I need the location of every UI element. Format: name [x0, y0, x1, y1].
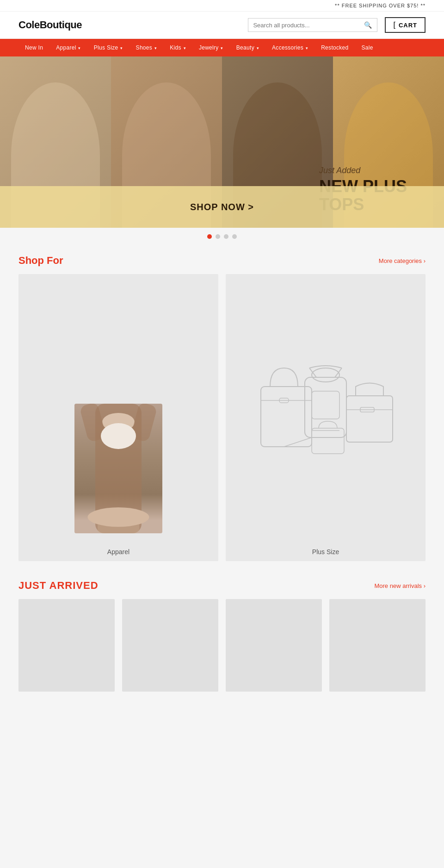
nav-arrow-accessories: ▾ [304, 46, 308, 50]
just-arrived-title: JUST ARRIVED [18, 580, 99, 592]
nav-item-plussize[interactable]: Plus Size ▾ [87, 39, 130, 56]
plussize-label: Plus Size [226, 543, 426, 561]
shop-for-header: Shop For More categories › [18, 255, 426, 267]
announcement-bar: ** FREE SHIPPING OVER $75! ** [0, 0, 444, 12]
shop-for-title: Shop For [18, 255, 63, 267]
nav-label-shoes: Shoes [136, 44, 153, 51]
bodysuit-svg [74, 404, 162, 533]
search-icon: 🔍 [364, 21, 372, 29]
nav-item-accessories[interactable]: Accessories ▾ [265, 39, 314, 56]
nav-label-sale: Sale [362, 44, 373, 51]
nav-item-kids[interactable]: Kids ▾ [163, 39, 192, 56]
product-image-2 [122, 599, 218, 692]
nav-item-sale[interactable]: Sale [355, 39, 380, 56]
product-card-1[interactable] [18, 599, 115, 692]
nav-label-jewelry: Jewelry [199, 44, 219, 51]
category-card-plussize[interactable]: Plus Size [226, 274, 426, 561]
nav-label-accessories: Accessories [272, 44, 303, 51]
svg-line-13 [335, 368, 342, 377]
hero-banner-lower: SHOP NOW > [0, 186, 444, 228]
carousel-dot-4[interactable] [232, 234, 237, 239]
svg-rect-5 [261, 387, 312, 447]
cart-label: CART [399, 22, 417, 29]
nav-item-beauty[interactable]: Beauty ▾ [230, 39, 265, 56]
announcement-text: ** FREE SHIPPING OVER $75! ** [335, 3, 426, 8]
svg-rect-17 [312, 428, 344, 454]
nav-label-plussize: Plus Size [94, 44, 118, 51]
plussize-icon-area [226, 274, 426, 543]
svg-line-12 [309, 368, 316, 377]
just-arrived-section: JUST ARRIVED More new arrivals › [0, 570, 444, 710]
shop-now-button[interactable]: SHOP NOW > [190, 202, 254, 212]
shop-for-section: Shop For More categories › [0, 245, 444, 570]
svg-point-1 [102, 413, 135, 431]
product-image-1 [18, 599, 115, 692]
nav-arrow-beauty: ▾ [255, 46, 259, 50]
carousel-dot-3[interactable] [224, 234, 228, 239]
bags-illustration [256, 350, 395, 467]
nav-item-newin[interactable]: New In [18, 39, 49, 56]
nav-label-apparel: Apparel [56, 44, 76, 51]
category-card-apparel[interactable]: Apparel [18, 274, 218, 561]
svg-rect-14 [346, 396, 393, 442]
apparel-label: Apparel [18, 543, 218, 561]
product-image-3 [226, 599, 322, 692]
apparel-product-image [74, 404, 162, 533]
nav-arrow-jewelry: ▾ [220, 46, 223, 50]
nav-item-shoes[interactable]: Shoes ▾ [130, 39, 164, 56]
nav-label-restocked: Restocked [321, 44, 348, 51]
nav-item-restocked[interactable]: Restocked [314, 39, 355, 56]
product-image-4 [329, 599, 426, 692]
svg-rect-10 [312, 391, 339, 419]
logo[interactable]: ColeBoutique [18, 19, 82, 31]
nav-arrow-kids: ▾ [182, 46, 186, 50]
header-right: 🔍 [ CART [248, 17, 426, 33]
nav-arrow-shoes: ▾ [153, 46, 157, 50]
just-arrived-products [18, 599, 426, 692]
nav-label-newin: New In [25, 44, 43, 51]
nav-label-beauty: Beauty [236, 44, 254, 51]
apparel-card-inner [18, 274, 218, 543]
nav-item-jewelry[interactable]: Jewelry ▾ [192, 39, 230, 56]
search-input[interactable] [253, 22, 364, 29]
cart-button[interactable]: [ CART [385, 17, 426, 33]
search-box: 🔍 [248, 18, 377, 32]
cart-bracket-icon: [ [393, 21, 395, 29]
nav-item-apparel[interactable]: Apparel ▾ [49, 39, 87, 56]
hero-banner[interactable]: Just Added NEW PLUS TOPS SHOP NOW > [0, 56, 444, 228]
product-card-3[interactable] [226, 599, 322, 692]
svg-rect-4 [98, 510, 139, 533]
more-categories-link[interactable]: More categories › [379, 257, 426, 264]
product-card-4[interactable] [329, 599, 426, 692]
nav-arrow-plussize: ▾ [119, 46, 123, 50]
category-grid: Apparel [18, 274, 426, 561]
search-button[interactable]: 🔍 [364, 21, 372, 29]
nav-label-kids: Kids [170, 44, 181, 51]
carousel-dot-1[interactable] [207, 234, 212, 239]
hero-just-added-label: Just Added [319, 166, 407, 175]
header: ColeBoutique 🔍 [ CART [0, 12, 444, 39]
carousel-dots [0, 228, 444, 245]
product-card-2[interactable] [122, 599, 218, 692]
nav-bar: New In Apparel ▾ Plus Size ▾ Shoes ▾ Kid… [0, 39, 444, 56]
bodysuit-visual [74, 404, 162, 533]
nav-arrow-apparel: ▾ [77, 46, 81, 50]
more-new-arrivals-link[interactable]: More new arrivals › [374, 582, 426, 589]
just-arrived-header: JUST ARRIVED More new arrivals › [18, 580, 426, 592]
carousel-dot-2[interactable] [216, 234, 220, 239]
svg-point-9 [312, 368, 339, 382]
